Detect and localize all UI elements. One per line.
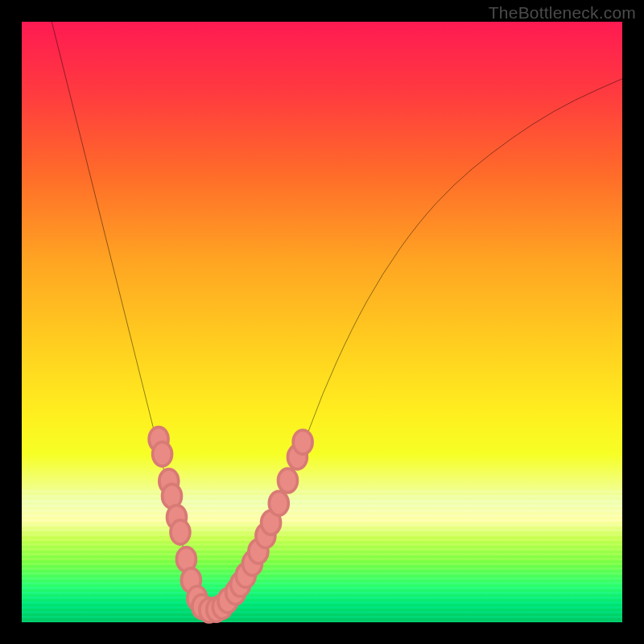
curve-svg (22, 22, 622, 622)
marker-point (153, 442, 172, 466)
plot-area (22, 22, 622, 622)
marker-point (269, 491, 288, 515)
data-markers (149, 427, 312, 622)
watermark-text: TheBottleneck.com (489, 3, 636, 23)
main-curve (52, 22, 622, 609)
marker-point (293, 430, 312, 454)
marker-point (279, 469, 298, 493)
chart-frame: TheBottleneck.com (0, 0, 644, 644)
marker-point (171, 520, 190, 544)
